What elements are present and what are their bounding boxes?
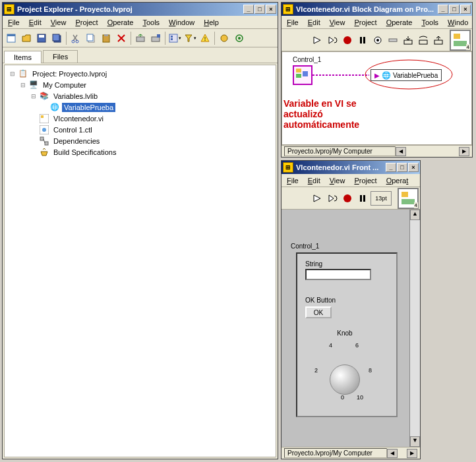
cut-button[interactable] [69,31,83,45]
scroll-left[interactable]: ◀ [387,449,398,458]
menu-view[interactable]: View [47,17,71,28]
retain-wire-button[interactable] [386,33,400,47]
menu-tools[interactable]: Tools [417,17,442,28]
vi-icon-pane[interactable]: 4 [450,30,471,51]
scc-button[interactable] [217,31,231,45]
scroll-right[interactable]: ▶ [459,147,469,156]
bd-canvas[interactable]: Control_1 ▶ 🌐 VariablePrueba Variable en… [282,51,472,145]
step-over-button[interactable] [416,33,431,47]
highlight-button[interactable] [371,33,385,47]
open-button[interactable] [19,31,34,45]
tab-items[interactable]: Items [4,51,42,63]
minimize-button[interactable]: _ [386,163,396,172]
pause-button[interactable] [355,33,370,47]
tree-my-computer[interactable]: ⊟ 🖥️ My Computer [7,79,273,90]
menu-operate[interactable]: Operate [104,17,138,28]
tree-variable-prueba[interactable]: 🌐 VariablePrueba [7,101,273,113]
menu-file[interactable]: File [283,17,303,28]
menu-window[interactable]: Windo [444,17,472,28]
scroll-down[interactable]: ▼ [410,436,420,447]
fp-cluster-control[interactable]: String OK Button OK Knob 0 2 4 6 8 10 [296,252,398,417]
minimize-button[interactable]: _ [243,5,254,14]
scroll-up[interactable]: ▲ [410,210,420,220]
menu-edit[interactable]: Edit [304,175,324,186]
menu-view[interactable]: View [326,17,349,28]
minimize-button[interactable]: _ [438,5,448,14]
bd-toolbar: 4 [282,29,472,51]
delete-button[interactable] [114,31,129,45]
find-button[interactable] [232,31,247,45]
new-vi-button[interactable] [4,31,18,45]
tab-files[interactable]: Files [43,50,78,63]
fp-titlebar[interactable]: ⊞ VIcontenedor.vi Front ... _ □ × [282,161,420,174]
bd-cluster-node[interactable] [293,65,312,85]
abort-button[interactable] [340,191,355,206]
scroll-right[interactable]: ▶ [407,449,417,458]
bd-wire[interactable] [312,74,369,76]
run-continuous-button[interactable] [325,33,340,47]
properties-button[interactable]: ▾ [167,31,182,45]
menu-edit[interactable]: Edit [25,17,45,28]
fp-vertical-scrollbar[interactable]: ▲ ▼ [409,210,420,447]
svg-rect-39 [454,41,467,46]
tree-dependencies[interactable]: Dependencies [7,135,273,146]
save-all-button[interactable] [49,31,64,45]
svg-rect-29 [360,37,362,43]
run-button[interactable] [310,191,324,206]
run-button[interactable] [310,33,324,47]
menu-file[interactable]: File [4,17,24,28]
close-button[interactable]: × [266,5,276,14]
menu-project[interactable]: Project [350,17,380,28]
bd-shared-variable-node[interactable]: ▶ 🌐 VariablePrueba [371,69,442,81]
svg-rect-34 [404,40,412,44]
vi-icon-pane[interactable]: 4 [398,188,419,209]
menu-edit[interactable]: Edit [304,17,324,28]
fp-ok-button[interactable]: OK [305,306,332,318]
tree-variables-lib[interactable]: ⊟ 📚 Variables.lvlib [7,90,273,101]
filter-button[interactable]: ▾ [183,31,197,45]
font-size-selector[interactable]: 13pt [371,191,392,206]
fp-knob-dial[interactable] [330,364,360,395]
menu-project[interactable]: Project [71,17,102,28]
pause-button[interactable] [355,191,370,206]
tree-build-specs[interactable]: Build Specifications [7,146,273,158]
run-continuous-button[interactable] [325,191,340,206]
menu-operate[interactable]: Operate [382,17,417,28]
tree-project-root[interactable]: ⊟ 📋 Project: Proyecto.lvproj [7,68,273,79]
scroll-left[interactable]: ◀ [396,147,406,156]
close-button[interactable]: × [460,5,471,14]
menu-tools[interactable]: Tools [138,17,164,28]
maximize-button[interactable]: □ [254,5,265,14]
menu-project[interactable]: Project [350,175,380,186]
vi-icon [39,113,49,124]
copy-button[interactable] [84,31,98,45]
step-into-button[interactable] [401,33,415,47]
tree-control1[interactable]: Control 1.ctl [7,124,273,135]
abort-button[interactable] [340,33,355,47]
collapse-icon[interactable]: ⊟ [7,71,18,77]
collapse-icon[interactable]: ⊟ [18,82,28,88]
save-button[interactable] [34,31,49,45]
deploy-button[interactable] [133,31,148,45]
menu-view[interactable]: View [326,175,349,186]
collapse-icon[interactable]: ⊟ [28,93,39,100]
svg-rect-14 [157,34,160,38]
bd-titlebar[interactable]: ⊞ VIcontenedor.vi Block Diagram on Pro..… [282,3,472,16]
fp-knob-label: Knob [305,330,384,337]
step-out-button[interactable] [431,33,446,47]
tree-vicontenedor[interactable]: VIcontenedor.vi [7,113,273,124]
close-button[interactable]: × [408,163,419,172]
svg-point-32 [376,39,379,42]
maximize-button[interactable]: □ [397,163,407,172]
maximize-button[interactable]: □ [449,5,460,14]
warning-button[interactable]: ! [198,31,212,45]
menu-operate[interactable]: Operat [382,175,413,186]
paste-button[interactable] [99,31,113,45]
undeploy-button[interactable] [148,31,163,45]
pe-titlebar[interactable]: ⊞ Project Explorer - Proyecto.lvproj _ □… [3,3,278,16]
fp-string-input[interactable] [305,269,371,280]
fp-canvas[interactable]: Control_1 String OK Button OK Knob 0 2 4 [282,210,420,447]
menu-window[interactable]: Window [165,17,198,28]
menu-help[interactable]: Help [200,17,223,28]
menu-file[interactable]: File [283,175,303,186]
